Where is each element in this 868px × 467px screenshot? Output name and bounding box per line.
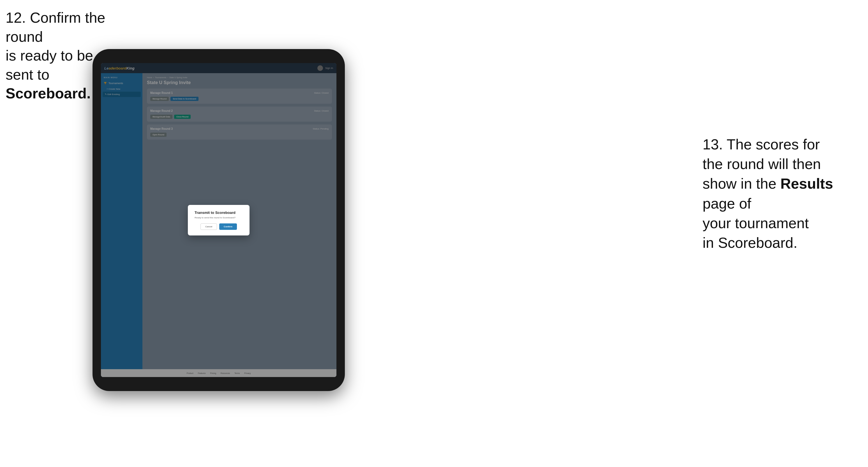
modal-title: Transmit to Scoreboard [194, 211, 243, 215]
transmit-modal: Transmit to Scoreboard Ready to send thi… [188, 205, 250, 236]
modal-cancel-button[interactable]: Cancel [200, 223, 217, 230]
modal-confirm-button[interactable]: Confirm [219, 223, 237, 230]
page-content: Home › Tournaments › State U Spring Invi… [143, 73, 336, 369]
tablet-device: LeaderboardKing Sign In MAIN MENU 🏆 Tour… [93, 49, 345, 391]
modal-buttons: Cancel Confirm [194, 223, 243, 230]
modal-subtitle: Ready to send this round to Scoreboard? [194, 216, 243, 219]
instruction-right: 13. The scores for the round will then s… [703, 134, 860, 253]
main-content: MAIN MENU 🏆 Tournaments + Create New ✎ E… [101, 73, 336, 369]
tablet-screen: LeaderboardKing Sign In MAIN MENU 🏆 Tour… [101, 63, 336, 377]
modal-overlay: Transmit to Scoreboard Ready to send thi… [143, 73, 336, 369]
